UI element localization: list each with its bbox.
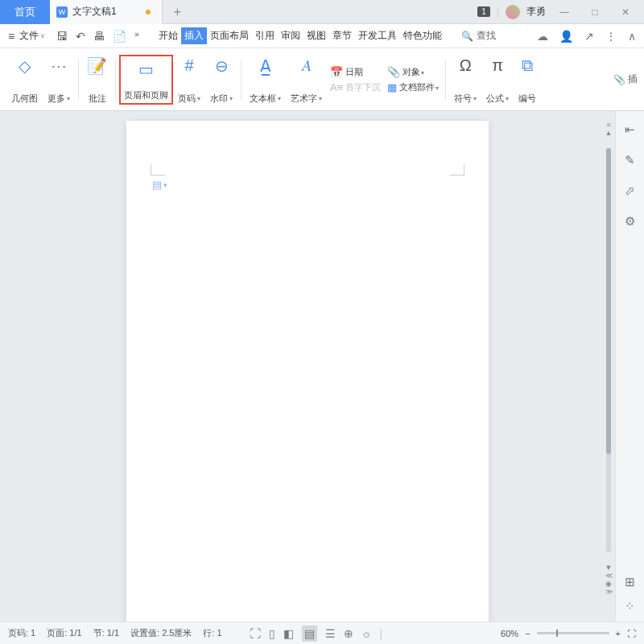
tab-review[interactable]: 审阅 bbox=[278, 27, 303, 44]
tab-start[interactable]: 开始 bbox=[155, 27, 181, 44]
zoom-level[interactable]: 60% bbox=[501, 629, 518, 638]
search-icon: 🔍 bbox=[461, 31, 473, 42]
margin-guide-tl bbox=[151, 164, 165, 175]
unsaved-indicator-icon bbox=[146, 10, 151, 14]
user-avatar-icon[interactable] bbox=[506, 5, 520, 19]
textbox-icon: A̲ bbox=[260, 55, 271, 77]
header-area-icon[interactable]: ▤ ▾ bbox=[152, 179, 167, 191]
grid-tool-icon[interactable]: ⊞ bbox=[625, 575, 635, 589]
document-tab-label: 文字文稿1 bbox=[72, 5, 117, 19]
maximize-button[interactable]: □ bbox=[583, 6, 607, 18]
share-person-icon[interactable]: 👤 bbox=[559, 30, 573, 43]
line-status[interactable]: 行: 1 bbox=[203, 627, 221, 639]
edit-tool-icon[interactable]: ✎ bbox=[625, 153, 635, 167]
textbox-button[interactable]: A̲ 文本框 bbox=[245, 55, 286, 105]
zoom-slider[interactable] bbox=[537, 632, 609, 634]
scroll-options-icon[interactable]: ≡ bbox=[606, 121, 610, 129]
date-button[interactable]: 📅日期 bbox=[330, 66, 381, 78]
new-tab-button[interactable]: + bbox=[163, 5, 192, 19]
numbering-button[interactable]: ⧉ 编号 bbox=[514, 55, 541, 105]
document-workspace[interactable]: ▤ ▾ bbox=[0, 111, 615, 621]
object-button[interactable]: 📎对象 bbox=[387, 66, 439, 78]
print-view-icon[interactable]: ⊕ bbox=[344, 627, 353, 640]
side-toolbar: ⇤ ✎ ⬀ ⚙ ⊞ ⁘ bbox=[615, 111, 644, 621]
wordart-button[interactable]: 𝐴 艺术字 bbox=[286, 55, 327, 105]
more-button[interactable]: ⋯ 更多 bbox=[43, 55, 75, 105]
zoom-in-button[interactable]: + bbox=[616, 629, 621, 638]
share-icon[interactable]: ↗ bbox=[584, 30, 594, 43]
username-label: 李勇 bbox=[526, 5, 546, 19]
watermark-button[interactable]: ⊖ 水印 bbox=[205, 55, 237, 105]
menu-icon[interactable]: ≡ bbox=[8, 30, 14, 43]
header-footer-icon: ▭ bbox=[138, 58, 154, 80]
more-icon[interactable]: ⋮ bbox=[605, 30, 617, 43]
print-preview-icon[interactable]: 📄 bbox=[113, 30, 126, 43]
close-button[interactable]: ✕ bbox=[613, 6, 638, 18]
dropcap-button[interactable]: A≡首字下沉 bbox=[330, 81, 381, 93]
save-icon[interactable]: 🖫 bbox=[56, 30, 68, 43]
next-page-icon[interactable]: ≫ bbox=[605, 588, 613, 596]
page-view-icon[interactable]: ▤ bbox=[302, 625, 317, 642]
settings-tool-icon[interactable]: ⚙ bbox=[625, 214, 635, 229]
draft-view-icon[interactable]: ☼ bbox=[361, 627, 372, 640]
print-icon[interactable]: 🖶 bbox=[93, 30, 105, 43]
docparts-icon: ▦ bbox=[387, 81, 397, 93]
attachment-button[interactable]: 📎插 bbox=[613, 72, 638, 86]
select-tool-icon[interactable]: ⬀ bbox=[625, 184, 635, 198]
position-status[interactable]: 设置值: 2.5厘米 bbox=[130, 627, 192, 639]
watermark-icon: ⊖ bbox=[215, 55, 229, 77]
symbol-button[interactable]: Ω 符号 bbox=[449, 55, 481, 105]
scroll-up-icon[interactable]: ▲ bbox=[605, 129, 613, 137]
read-view-icon[interactable]: ▯ bbox=[269, 627, 275, 640]
equation-button[interactable]: π 公式 bbox=[481, 55, 514, 105]
collapse-ribbon-icon[interactable]: ∧ bbox=[628, 30, 636, 43]
docparts-button[interactable]: ▦文档部件 bbox=[387, 81, 439, 93]
goto-icon[interactable]: ◉ bbox=[605, 580, 612, 588]
page-count-status[interactable]: 页面: 1/1 bbox=[47, 627, 81, 639]
vertical-scrollbar[interactable]: ≡ ▲ ▼ ≪ ◉ ≫ bbox=[604, 121, 613, 596]
scroll-thumb[interactable] bbox=[606, 148, 611, 454]
web-view-icon[interactable]: ☰ bbox=[325, 627, 336, 640]
more-dots-icon: ⋯ bbox=[51, 55, 67, 77]
fit-page-icon[interactable]: ⛶ bbox=[627, 629, 636, 638]
tab-references[interactable]: 引用 bbox=[252, 27, 278, 44]
calendar-icon: 📅 bbox=[330, 66, 343, 78]
pi-icon: π bbox=[492, 55, 503, 77]
document-tab[interactable]: W 文字文稿1 bbox=[50, 0, 163, 24]
shapes-icon: ◇ bbox=[19, 55, 31, 77]
paperclip-icon: 📎 bbox=[613, 74, 625, 85]
comment-button[interactable]: 📝 批注 bbox=[82, 55, 112, 105]
comment-icon: 📝 bbox=[87, 55, 107, 77]
dropcap-icon: A≡ bbox=[330, 81, 343, 93]
shapes-button[interactable]: ◇ 几何图 bbox=[6, 55, 43, 105]
cloud-sync-icon[interactable]: ☁ bbox=[537, 30, 548, 43]
tab-view[interactable]: 视图 bbox=[303, 27, 329, 44]
file-menu[interactable]: 文件 ∨ bbox=[19, 29, 45, 43]
qat-more-icon[interactable]: » bbox=[134, 30, 139, 43]
collapse-panel-icon[interactable]: ⇤ bbox=[625, 122, 635, 137]
undo-icon[interactable]: ↶ bbox=[76, 30, 85, 43]
fullscreen-view-icon[interactable]: ⛶ bbox=[250, 627, 261, 640]
outline-view-icon[interactable]: ◧ bbox=[283, 627, 294, 640]
scroll-down-icon[interactable]: ▼ bbox=[605, 564, 613, 572]
word-doc-icon: W bbox=[56, 6, 68, 18]
zoom-out-button[interactable]: − bbox=[525, 629, 530, 638]
apps-icon[interactable]: ⁘ bbox=[625, 599, 635, 613]
tab-features[interactable]: 特色功能 bbox=[400, 27, 445, 44]
page-number-status[interactable]: 页码: 1 bbox=[8, 627, 35, 639]
header-footer-button[interactable]: ▭ 页眉和页脚 bbox=[119, 55, 173, 105]
section-status[interactable]: 节: 1/1 bbox=[93, 627, 119, 639]
page-number-button[interactable]: # 页码 bbox=[173, 55, 205, 105]
tab-developer[interactable]: 开发工具 bbox=[355, 27, 400, 44]
document-page[interactable]: ▤ ▾ bbox=[126, 121, 489, 621]
prev-page-icon[interactable]: ≪ bbox=[605, 572, 613, 580]
tab-section[interactable]: 章节 bbox=[329, 27, 355, 44]
home-tab[interactable]: 首页 bbox=[0, 0, 50, 24]
wordart-icon: 𝐴 bbox=[302, 55, 312, 77]
minimize-button[interactable]: — bbox=[552, 6, 576, 18]
search-button[interactable]: 🔍 查找 bbox=[461, 29, 496, 43]
tab-insert[interactable]: 插入 bbox=[181, 27, 207, 44]
notification-badge[interactable]: 1 bbox=[477, 6, 490, 17]
tab-page-layout[interactable]: 页面布局 bbox=[207, 27, 252, 44]
number-box-icon: ⧉ bbox=[522, 55, 533, 77]
